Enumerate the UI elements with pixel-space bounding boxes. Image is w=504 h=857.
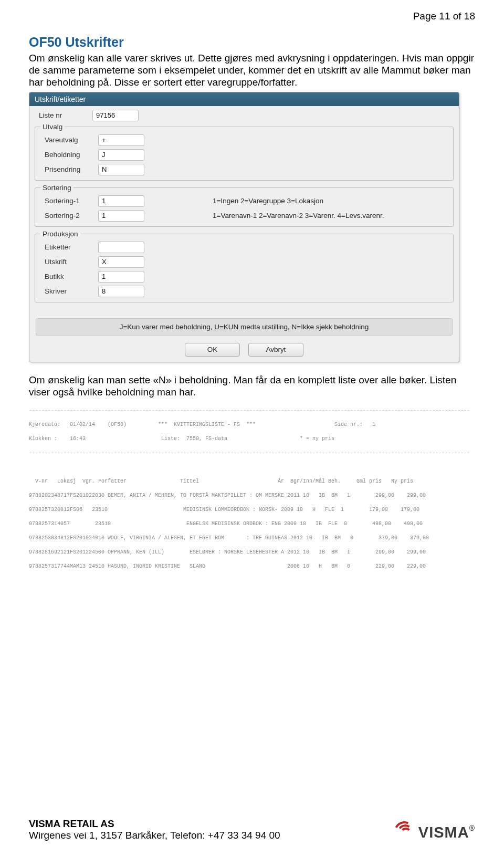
beholdning-input[interactable] [98, 149, 144, 161]
receipt-divider: ----------------------------------------… [29, 407, 473, 414]
sortering2-input[interactable] [98, 210, 144, 222]
visma-swirl-icon [394, 825, 415, 840]
section-heading: OF50 Utskrifter [29, 35, 475, 50]
receipt-row: 9788202348717FS201022030 BEMER, ANITA / … [29, 492, 473, 499]
receipt-columns: V-nr Lokasj Vgr. Forfatter Tittel År Bgr… [29, 478, 473, 485]
beholdning-label: Beholdning [35, 151, 98, 159]
liste-nr-label: Liste nr [29, 111, 92, 119]
sortering1-input[interactable] [98, 195, 144, 207]
group-utvalg: Utvalg Vareutvalg Beholdning Prisendring [35, 123, 454, 181]
butikk-input[interactable] [98, 271, 144, 283]
dialog-title: Utskrift/etiketter [29, 92, 459, 106]
group-produksjon-legend: Produksjon [40, 230, 80, 238]
receipt-row: 9788257317744MAM13 24510 HASUND, INGRID … [29, 563, 473, 570]
page-indicator: Page 11 of 18 [29, 11, 475, 22]
sortering1-label: Sortering-1 [35, 197, 98, 205]
receipt-listing: ----------------------------------------… [29, 400, 473, 578]
help-text: J=Kun varer med beholdning, U=KUN medta … [36, 318, 453, 336]
utskrift-input[interactable] [98, 256, 144, 268]
sortering2-hint: 1=Varenavn-1 2=Varenavn-2 3=Varenr. 4=Le… [213, 212, 384, 220]
butikk-label: Butikk [35, 273, 98, 280]
group-produksjon: Produksjon Etiketter Utskrift Butikk Skr… [35, 230, 454, 302]
receipt-divider: ----------------------------------------… [29, 450, 473, 457]
skriver-input[interactable] [98, 286, 144, 297]
liste-nr-input[interactable] [92, 110, 139, 121]
ok-button[interactable]: OK [185, 343, 240, 357]
receipt-header-line1: Kjøredato: 01/02/14 (OF50) *** KVITTERIN… [29, 421, 473, 428]
etiketter-input[interactable] [98, 242, 144, 253]
group-sortering: Sortering Sortering-1 1=Ingen 2=Varegrup… [35, 184, 454, 227]
page-footer: VISMA RETAIL AS Wirgenes vei 1, 3157 Bar… [29, 818, 475, 841]
prisendring-label: Prisendring [35, 165, 98, 173]
footer-company: VISMA RETAIL AS [29, 818, 280, 830]
footer-address: Wirgenes vei 1, 3157 Barkåker, Telefon: … [29, 830, 280, 841]
sortering1-hint: 1=Ingen 2=Varegruppe 3=Lokasjon [213, 197, 323, 205]
sortering2-label: Sortering-2 [35, 212, 98, 220]
print-dialog: Utskrift/etiketter Liste nr Utvalg Vareu… [29, 92, 459, 362]
group-utvalg-legend: Utvalg [40, 123, 65, 131]
receipt-row: 9788281692121FS201224500 OPPRANN, KEN (I… [29, 549, 473, 556]
prisendring-input[interactable] [98, 164, 144, 175]
visma-logo: VISMA® [394, 824, 475, 841]
receipt-header-line2: Klokken : 16:43 Liste: 7550, FS-data * =… [29, 435, 473, 443]
visma-logo-text: VISMA® [418, 824, 475, 841]
vareutvalg-input[interactable] [98, 134, 144, 146]
group-sortering-legend: Sortering [40, 184, 74, 192]
utskrift-label: Utskrift [35, 258, 98, 266]
receipt-row: 9788257320812FS06 23510 MEDISINSK LOMMEO… [29, 506, 473, 514]
cancel-button[interactable]: Avbryt [248, 343, 303, 357]
vareutvalg-label: Vareutvalg [35, 136, 98, 144]
skriver-label: Skriver [35, 287, 98, 295]
intro-paragraph: Om ønskelig kan alle varer skrives ut. D… [29, 52, 475, 89]
receipt-row: 9788253034812FS201024010 WOOLF, VIRGINIA… [29, 535, 473, 542]
receipt-row: 9788257314057 23510 ENGELSK MEDISINSK OR… [29, 520, 473, 528]
mid-paragraph: Om ønskelig kan man sette «N» i beholdni… [29, 374, 475, 398]
etiketter-label: Etiketter [35, 243, 98, 251]
